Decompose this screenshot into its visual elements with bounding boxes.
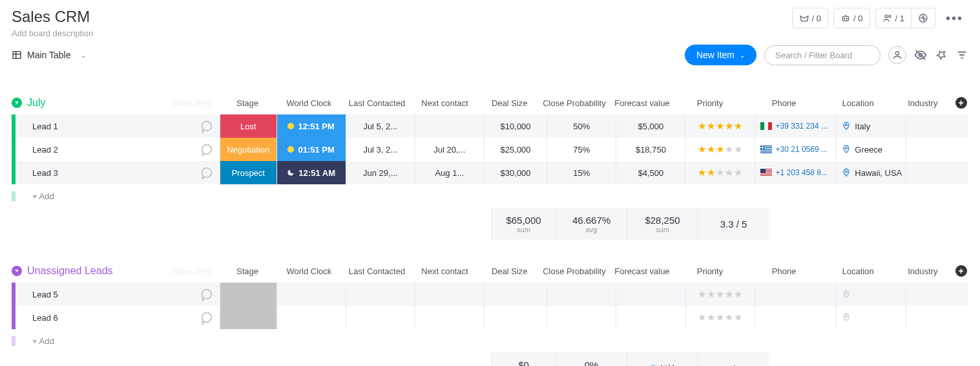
next-contact-cell[interactable] [415,306,484,329]
priority-cell[interactable]: ★★★★★ [685,306,755,329]
add-item-button[interactable]: + Add [32,336,54,346]
lead-name[interactable]: Lead 3 [32,168,199,178]
group-name[interactable]: Unassigned Leads [27,265,113,277]
forecast-cell[interactable]: $18,750 [616,138,685,161]
priority-cell[interactable]: ★★★★★ [685,138,754,161]
chat-icon[interactable] [199,119,213,133]
column-header-forecast[interactable]: Forecast value [608,259,676,283]
industry-cell[interactable] [906,114,968,138]
column-header-industry[interactable]: Industry [892,91,954,114]
column-header-close-probability[interactable]: Close Probability [540,259,608,283]
column-header-priority[interactable]: Priority [676,259,744,283]
add-column-button[interactable]: + [954,259,968,283]
priority-cell[interactable]: ★★★★★ [685,114,754,138]
column-header-industry[interactable]: Industry [892,259,954,283]
close-prob-cell[interactable]: 75% [547,138,616,161]
stage-cell[interactable] [220,306,276,329]
last-contacted-cell[interactable]: Jul 3, 2... [346,138,415,161]
column-header-deal-size[interactable]: Deal Size [479,91,540,114]
priority-cell[interactable]: ★★★★★ [685,283,755,306]
new-item-button[interactable]: New Item ⌄ [685,45,756,65]
next-contact-cell[interactable] [415,114,484,138]
next-contact-cell[interactable]: Aug 1... [415,161,484,184]
collapse-icon[interactable] [12,98,22,108]
close-prob-cell[interactable]: 15% [547,161,616,184]
forecast-cell[interactable] [616,306,685,329]
activity-pill[interactable] [912,8,935,28]
location-cell[interactable]: Hawaii, USA [836,161,905,184]
close-prob-cell[interactable] [547,306,616,329]
column-header-clock[interactable]: World Clock [275,91,343,114]
forecast-cell[interactable]: $4,500 [616,161,685,184]
column-header-location[interactable]: Location [824,91,892,114]
phone-cell[interactable]: +39 331 234 ... [755,114,837,138]
column-header-salesrep[interactable]: Sales Rep. [172,266,213,276]
location-cell[interactable]: Italy [836,114,905,138]
last-contacted-cell[interactable]: Jun 29,... [346,161,415,184]
column-header-stage[interactable]: Stage [220,259,275,283]
clock-cell[interactable] [276,306,346,329]
integration-automation-pill[interactable]: / 0 [833,8,870,28]
clock-cell[interactable]: 01:51 PM [276,138,346,161]
industry-cell[interactable] [906,138,968,161]
stage-cell[interactable]: Negotiation [220,138,276,161]
filter-icon[interactable] [955,48,968,61]
stage-cell[interactable]: Lost [220,114,276,138]
column-header-salesrep[interactable]: Sales Rep. [172,98,213,108]
group-name[interactable]: July [27,97,45,109]
phone-cell[interactable]: +30 21 0569 ... [755,138,837,161]
phone-cell[interactable]: +1 203 458 8... [755,161,837,184]
last-contacted-cell[interactable]: Jul 5, 2... [346,114,415,138]
industry-cell[interactable] [906,283,968,306]
last-contacted-cell[interactable] [346,283,415,306]
board-description[interactable]: Add board description [12,28,93,38]
column-header-stage[interactable]: Stage [220,91,275,114]
column-header-priority[interactable]: Priority [676,91,744,114]
forecast-cell[interactable]: $5,000 [616,114,685,138]
search-input[interactable] [764,45,881,65]
hide-icon[interactable] [914,48,927,61]
collapse-icon[interactable] [12,266,22,276]
chat-icon[interactable] [199,142,213,156]
location-cell[interactable] [836,306,905,329]
integration-mail-pill[interactable]: / 0 [792,8,828,28]
location-cell[interactable] [836,283,905,306]
clock-cell[interactable] [276,283,346,306]
deal-size-cell[interactable]: $10,000 [484,114,547,138]
person-filter[interactable] [888,46,906,64]
deal-size-cell[interactable]: $25,000 [484,138,547,161]
column-header-phone[interactable]: Phone [744,259,824,283]
lead-name[interactable]: Lead 5 [32,290,199,299]
lead-name[interactable]: Lead 1 [32,122,199,131]
chat-icon[interactable] [199,166,213,180]
industry-cell[interactable] [906,161,968,184]
column-header-next-contact[interactable]: Next contact [411,259,479,283]
column-header-location[interactable]: Location [824,259,892,283]
column-header-last-contacted[interactable]: Last Contacted [343,91,411,114]
column-header-close-probability[interactable]: Close Probability [540,91,608,114]
chat-icon[interactable] [199,310,213,325]
add-item-button[interactable]: + Add [32,191,54,201]
board-title[interactable]: Sales CRM [12,8,93,26]
next-contact-cell[interactable]: Jul 20,... [415,138,484,161]
close-prob-cell[interactable]: 50% [547,114,616,138]
phone-cell[interactable] [755,283,837,306]
clock-cell[interactable]: 12:51 AM [276,161,346,184]
chat-icon[interactable] [199,287,213,301]
phone-cell[interactable] [755,306,837,329]
deal-size-cell[interactable] [484,283,547,306]
pin-icon[interactable] [935,48,948,61]
lead-name[interactable]: Lead 6 [32,313,199,323]
column-header-deal-size[interactable]: Deal Size [479,259,540,283]
lead-name[interactable]: Lead 2 [32,145,199,155]
priority-cell[interactable]: ★★★★★ [685,161,754,184]
clock-cell[interactable]: 12:51 PM [276,114,346,138]
stage-cell[interactable]: Prospect [220,161,276,184]
next-contact-cell[interactable] [415,283,484,306]
deal-size-cell[interactable] [484,306,547,329]
deal-size-cell[interactable]: $30,000 [484,161,547,184]
close-prob-cell[interactable] [547,283,616,306]
add-column-button[interactable]: + [954,91,968,114]
more-menu[interactable]: ••• [941,8,968,28]
column-header-forecast[interactable]: Forecast value [608,91,676,114]
